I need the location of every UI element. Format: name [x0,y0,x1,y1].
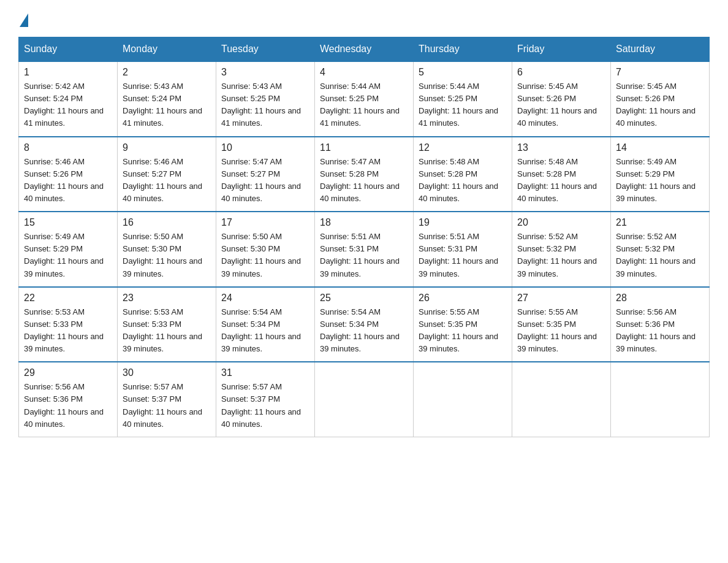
day-info: Sunrise: 5:52 AMSunset: 5:32 PMDaylight:… [616,232,696,278]
calendar-cell: 17 Sunrise: 5:50 AMSunset: 5:30 PMDaylig… [216,212,315,287]
calendar-cell: 11 Sunrise: 5:47 AMSunset: 5:28 PMDaylig… [315,137,414,212]
calendar-cell: 2 Sunrise: 5:43 AMSunset: 5:24 PMDayligh… [118,61,216,137]
day-number: 10 [221,142,309,153]
header-day-friday: Friday [512,37,611,62]
header-day-sunday: Sunday [19,37,118,62]
calendar-cell: 23 Sunrise: 5:53 AMSunset: 5:33 PMDaylig… [118,287,216,362]
day-number: 18 [320,217,408,228]
day-info: Sunrise: 5:56 AMSunset: 5:36 PMDaylight:… [616,307,696,353]
day-info: Sunrise: 5:42 AMSunset: 5:24 PMDaylight:… [24,82,104,128]
day-number: 27 [517,293,605,304]
calendar-week-row: 8 Sunrise: 5:46 AMSunset: 5:26 PMDayligh… [19,137,710,212]
day-number: 6 [517,67,605,78]
day-number: 21 [616,217,704,228]
day-number: 5 [419,67,507,78]
day-info: Sunrise: 5:55 AMSunset: 5:35 PMDaylight:… [517,307,597,353]
header-day-monday: Monday [118,37,216,62]
day-number: 9 [123,142,211,153]
day-number: 17 [221,217,309,228]
calendar-cell: 12 Sunrise: 5:48 AMSunset: 5:28 PMDaylig… [414,137,512,212]
day-number: 25 [320,293,408,304]
day-number: 23 [123,293,211,304]
calendar-week-row: 1 Sunrise: 5:42 AMSunset: 5:24 PMDayligh… [19,61,710,137]
calendar-cell: 26 Sunrise: 5:55 AMSunset: 5:35 PMDaylig… [414,287,512,362]
calendar-cell: 7 Sunrise: 5:45 AMSunset: 5:26 PMDayligh… [611,61,710,137]
day-info: Sunrise: 5:48 AMSunset: 5:28 PMDaylight:… [419,157,498,203]
header-day-wednesday: Wednesday [315,37,414,62]
calendar-cell: 30 Sunrise: 5:57 AMSunset: 5:37 PMDaylig… [118,362,216,437]
calendar-week-row: 15 Sunrise: 5:49 AMSunset: 5:29 PMDaylig… [19,212,710,287]
calendar-cell [414,362,512,437]
calendar-cell: 27 Sunrise: 5:55 AMSunset: 5:35 PMDaylig… [512,287,611,362]
day-number: 2 [123,67,211,78]
day-number: 13 [517,142,605,153]
day-info: Sunrise: 5:54 AMSunset: 5:34 PMDaylight:… [320,307,400,353]
calendar-cell: 10 Sunrise: 5:47 AMSunset: 5:27 PMDaylig… [216,137,315,212]
header-day-saturday: Saturday [611,37,710,62]
day-info: Sunrise: 5:56 AMSunset: 5:36 PMDaylight:… [24,382,104,428]
day-info: Sunrise: 5:48 AMSunset: 5:28 PMDaylight:… [517,157,597,203]
day-info: Sunrise: 5:46 AMSunset: 5:27 PMDaylight:… [123,157,202,203]
day-number: 24 [221,293,309,304]
calendar-header-row: SundayMondayTuesdayWednesdayThursdayFrid… [19,37,710,62]
day-number: 7 [616,67,704,78]
calendar-cell: 13 Sunrise: 5:48 AMSunset: 5:28 PMDaylig… [512,137,611,212]
day-number: 12 [419,142,507,153]
calendar-cell: 8 Sunrise: 5:46 AMSunset: 5:26 PMDayligh… [19,137,118,212]
day-info: Sunrise: 5:51 AMSunset: 5:31 PMDaylight:… [419,232,498,278]
calendar-cell [315,362,414,437]
day-info: Sunrise: 5:53 AMSunset: 5:33 PMDaylight:… [24,307,104,353]
day-info: Sunrise: 5:49 AMSunset: 5:29 PMDaylight:… [24,232,104,278]
calendar-cell: 28 Sunrise: 5:56 AMSunset: 5:36 PMDaylig… [611,287,710,362]
day-number: 30 [123,367,211,378]
day-info: Sunrise: 5:47 AMSunset: 5:28 PMDaylight:… [320,157,400,203]
day-info: Sunrise: 5:52 AMSunset: 5:32 PMDaylight:… [517,232,597,278]
day-number: 15 [24,217,112,228]
day-info: Sunrise: 5:47 AMSunset: 5:27 PMDaylight:… [221,157,301,203]
calendar-cell: 20 Sunrise: 5:52 AMSunset: 5:32 PMDaylig… [512,212,611,287]
calendar-table: SundayMondayTuesdayWednesdayThursdayFrid… [18,37,710,437]
calendar-cell: 4 Sunrise: 5:44 AMSunset: 5:25 PMDayligh… [315,61,414,137]
calendar-cell: 25 Sunrise: 5:54 AMSunset: 5:34 PMDaylig… [315,287,414,362]
day-info: Sunrise: 5:45 AMSunset: 5:26 PMDaylight:… [616,82,696,128]
calendar-cell: 22 Sunrise: 5:53 AMSunset: 5:33 PMDaylig… [19,287,118,362]
calendar-cell: 19 Sunrise: 5:51 AMSunset: 5:31 PMDaylig… [414,212,512,287]
calendar-cell: 9 Sunrise: 5:46 AMSunset: 5:27 PMDayligh… [118,137,216,212]
logo-triangle-icon [20,13,28,27]
calendar-cell: 24 Sunrise: 5:54 AMSunset: 5:34 PMDaylig… [216,287,315,362]
calendar-week-row: 22 Sunrise: 5:53 AMSunset: 5:33 PMDaylig… [19,287,710,362]
day-info: Sunrise: 5:57 AMSunset: 5:37 PMDaylight:… [221,382,301,428]
day-number: 20 [517,217,605,228]
day-info: Sunrise: 5:45 AMSunset: 5:26 PMDaylight:… [517,82,597,128]
calendar-cell: 6 Sunrise: 5:45 AMSunset: 5:26 PMDayligh… [512,61,611,137]
day-number: 22 [24,293,112,304]
day-info: Sunrise: 5:43 AMSunset: 5:25 PMDaylight:… [221,82,301,128]
calendar-cell: 16 Sunrise: 5:50 AMSunset: 5:30 PMDaylig… [118,212,216,287]
day-info: Sunrise: 5:54 AMSunset: 5:34 PMDaylight:… [221,307,301,353]
header-day-tuesday: Tuesday [216,37,315,62]
calendar-cell [611,362,710,437]
day-info: Sunrise: 5:57 AMSunset: 5:37 PMDaylight:… [123,382,202,428]
day-number: 28 [616,293,704,304]
day-number: 29 [24,367,112,378]
day-number: 11 [320,142,408,153]
calendar-cell: 29 Sunrise: 5:56 AMSunset: 5:36 PMDaylig… [19,362,118,437]
calendar-cell: 5 Sunrise: 5:44 AMSunset: 5:25 PMDayligh… [414,61,512,137]
day-info: Sunrise: 5:53 AMSunset: 5:33 PMDaylight:… [123,307,202,353]
calendar-cell [512,362,611,437]
calendar-cell: 31 Sunrise: 5:57 AMSunset: 5:37 PMDaylig… [216,362,315,437]
calendar-cell: 21 Sunrise: 5:52 AMSunset: 5:32 PMDaylig… [611,212,710,287]
day-info: Sunrise: 5:46 AMSunset: 5:26 PMDaylight:… [24,157,104,203]
day-info: Sunrise: 5:51 AMSunset: 5:31 PMDaylight:… [320,232,400,278]
calendar-cell: 15 Sunrise: 5:49 AMSunset: 5:29 PMDaylig… [19,212,118,287]
day-info: Sunrise: 5:50 AMSunset: 5:30 PMDaylight:… [221,232,301,278]
day-number: 31 [221,367,309,378]
calendar-cell: 3 Sunrise: 5:43 AMSunset: 5:25 PMDayligh… [216,61,315,137]
day-info: Sunrise: 5:44 AMSunset: 5:25 PMDaylight:… [419,82,498,128]
day-number: 3 [221,67,309,78]
day-number: 16 [123,217,211,228]
day-info: Sunrise: 5:49 AMSunset: 5:29 PMDaylight:… [616,157,696,203]
calendar-cell: 14 Sunrise: 5:49 AMSunset: 5:29 PMDaylig… [611,137,710,212]
day-info: Sunrise: 5:50 AMSunset: 5:30 PMDaylight:… [123,232,202,278]
logo [18,12,28,26]
